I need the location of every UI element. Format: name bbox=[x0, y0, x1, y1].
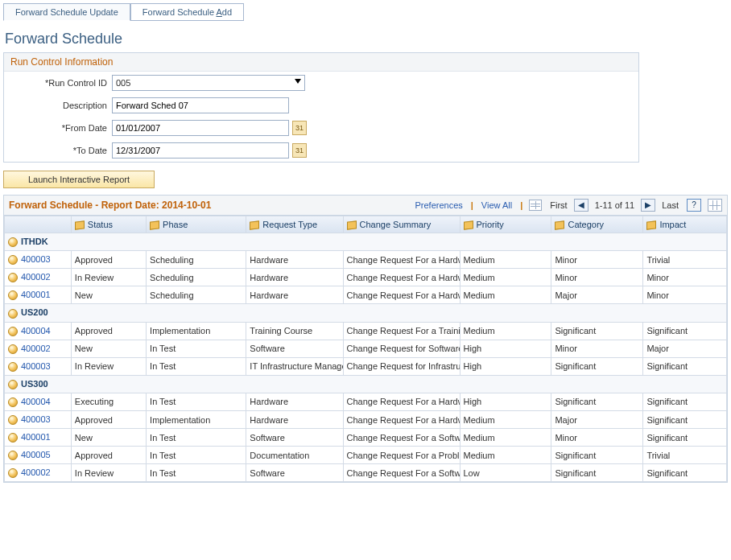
calendar-icon[interactable]: 31 bbox=[292, 143, 307, 158]
cell-change-summary: Change Request For a Software Requiremen… bbox=[343, 429, 460, 447]
cube-icon bbox=[250, 220, 259, 229]
cube-icon bbox=[555, 220, 564, 229]
request-id-link[interactable]: 400003 bbox=[21, 414, 51, 424]
first-link[interactable]: First bbox=[550, 200, 567, 210]
col-change-summary[interactable]: Change Summary bbox=[343, 216, 460, 233]
cell-category: Minor bbox=[551, 429, 643, 447]
col-priority[interactable]: Priority bbox=[460, 216, 551, 233]
cell-impact: Significant bbox=[643, 411, 727, 429]
page-title: Forward Schedule bbox=[5, 31, 726, 47]
request-id-link[interactable]: 400002 bbox=[21, 344, 51, 353]
row-action-icon[interactable] bbox=[8, 468, 18, 478]
cell-id: 400002 bbox=[5, 464, 72, 482]
last-link[interactable]: Last bbox=[662, 200, 679, 210]
cell-phase: In Test bbox=[147, 429, 246, 447]
cell-change-summary: Change Request for Infrastructure Manage… bbox=[343, 357, 460, 375]
cell-status: In Review bbox=[71, 357, 146, 375]
expand-icon[interactable] bbox=[8, 237, 18, 247]
from-date-input[interactable] bbox=[112, 120, 289, 136]
cell-phase: In Test bbox=[147, 340, 246, 357]
cell-request-type: Software bbox=[246, 464, 343, 482]
row-action-icon[interactable] bbox=[8, 255, 18, 265]
cell-priority: Medium bbox=[460, 322, 551, 340]
table-row: 400004ApprovedImplementationTraining Cou… bbox=[5, 322, 727, 340]
view-all-link[interactable]: View All bbox=[481, 200, 512, 210]
col-impact[interactable]: Impact bbox=[643, 216, 727, 233]
from-date-label: *From Date bbox=[9, 123, 112, 133]
cell-status: New bbox=[71, 286, 146, 304]
cell-category: Significant bbox=[551, 357, 643, 375]
cell-phase: Scheduling bbox=[147, 269, 246, 286]
help-icon[interactable]: ? bbox=[687, 199, 701, 212]
request-id-link[interactable]: 400004 bbox=[21, 397, 51, 406]
cell-id: 400001 bbox=[5, 429, 72, 447]
col-request-type[interactable]: Request Type bbox=[246, 216, 343, 233]
tab-forward-schedule-add[interactable]: Forward Schedule Add bbox=[130, 3, 244, 21]
request-id-link[interactable]: 400001 bbox=[21, 290, 51, 299]
launch-interactive-report-button[interactable]: Launch Interactive Report bbox=[3, 171, 155, 188]
group-row: US200 bbox=[5, 304, 727, 322]
row-action-icon[interactable] bbox=[8, 433, 18, 443]
grid-scroll-region[interactable]: Status Phase Request Type Change Summary… bbox=[4, 216, 727, 482]
request-id-link[interactable]: 400003 bbox=[21, 361, 51, 371]
request-id-link[interactable]: 400005 bbox=[21, 450, 51, 459]
tab-forward-schedule-update[interactable]: Forward Schedule Update bbox=[3, 3, 130, 21]
group-cell[interactable]: US200 bbox=[5, 304, 727, 322]
cell-impact: Minor bbox=[643, 269, 727, 286]
request-id-link[interactable]: 400003 bbox=[21, 254, 51, 264]
row-action-icon[interactable] bbox=[8, 415, 18, 425]
group-cell[interactable]: US300 bbox=[5, 375, 727, 393]
row-action-icon[interactable] bbox=[8, 397, 18, 407]
run-control-id-select[interactable]: 005 bbox=[112, 75, 305, 91]
cell-change-summary: Change Request For a Hardware Facility bbox=[343, 393, 460, 410]
cell-id: 400003 bbox=[5, 411, 72, 429]
cell-phase: In Test bbox=[147, 393, 246, 410]
cell-phase: In Test bbox=[147, 357, 246, 375]
cell-status: In Review bbox=[71, 464, 146, 482]
table-row: 400003ApprovedImplementationHardwareChan… bbox=[5, 411, 727, 429]
row-action-icon[interactable] bbox=[8, 451, 18, 460]
col-phase[interactable]: Phase bbox=[147, 216, 246, 233]
zoom-grid-icon[interactable] bbox=[708, 199, 722, 212]
tab-label-accel: A bbox=[217, 7, 222, 17]
expand-icon[interactable] bbox=[8, 309, 18, 319]
calendar-icon[interactable]: 31 bbox=[292, 121, 307, 135]
next-page-button[interactable]: ▶ bbox=[641, 199, 655, 212]
to-date-input[interactable] bbox=[112, 142, 289, 159]
row-action-icon[interactable] bbox=[8, 362, 18, 372]
cell-request-type: IT Infrastructure Management bbox=[246, 357, 343, 375]
preferences-link[interactable]: Preferences bbox=[415, 200, 462, 210]
download-spreadsheet-icon[interactable] bbox=[529, 200, 542, 211]
expand-icon[interactable] bbox=[8, 380, 18, 389]
cell-priority: Medium bbox=[460, 269, 551, 286]
grid-title-date: 2014-10-01 bbox=[162, 200, 211, 211]
row-action-icon[interactable] bbox=[8, 290, 18, 300]
cell-impact: Significant bbox=[643, 429, 727, 447]
request-id-link[interactable]: 400002 bbox=[21, 467, 51, 477]
run-control-id-value: 005 bbox=[113, 78, 130, 88]
cell-change-summary: Change Request For a Hardware Fix bbox=[343, 269, 460, 286]
cell-id: 400004 bbox=[5, 393, 72, 410]
request-id-link[interactable]: 400004 bbox=[21, 326, 51, 336]
cell-id: 400004 bbox=[5, 322, 72, 340]
tab-label-prefix: Forward Schedule bbox=[142, 7, 217, 17]
col-category[interactable]: Category bbox=[551, 216, 643, 233]
data-table: Status Phase Request Type Change Summary… bbox=[4, 216, 727, 482]
row-action-icon[interactable] bbox=[8, 273, 18, 282]
separator-icon: | bbox=[471, 200, 473, 210]
request-id-link[interactable]: 400001 bbox=[21, 432, 51, 442]
row-action-icon[interactable] bbox=[8, 327, 18, 336]
prev-page-button[interactable]: ◀ bbox=[574, 199, 589, 212]
group-name: US300 bbox=[21, 379, 48, 389]
request-id-link[interactable]: 400002 bbox=[21, 272, 51, 282]
cell-status: New bbox=[71, 340, 146, 357]
cell-change-summary: Change Request For a Hardware Upgrade bbox=[343, 286, 460, 304]
col-status[interactable]: Status bbox=[71, 216, 146, 233]
cell-category: Minor bbox=[551, 251, 643, 269]
cell-status: Executing bbox=[71, 393, 146, 410]
cell-category: Significant bbox=[551, 322, 643, 340]
row-action-icon[interactable] bbox=[8, 344, 18, 354]
description-input[interactable] bbox=[112, 97, 289, 113]
group-cell[interactable]: ITHDK bbox=[5, 233, 727, 251]
cell-priority: High bbox=[460, 393, 551, 410]
